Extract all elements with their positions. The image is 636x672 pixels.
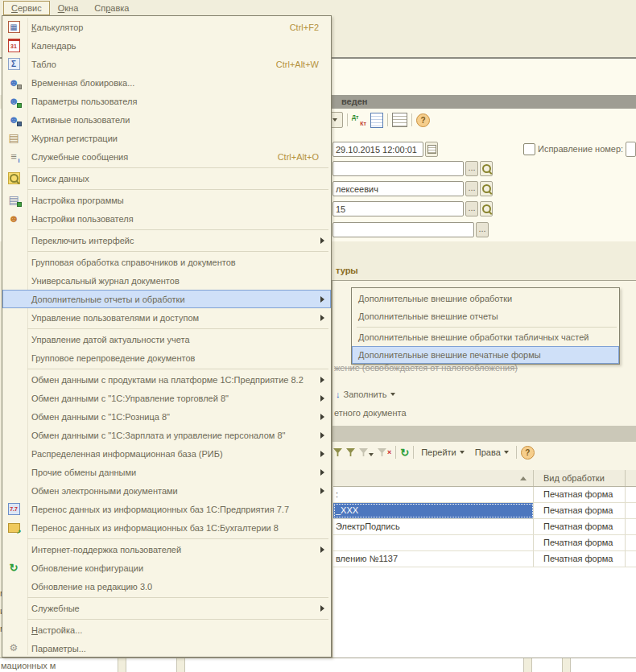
wrench-icon: ⚙ [8, 642, 20, 654]
document-structure-icon[interactable] [370, 113, 383, 128]
menu-item-calculator[interactable]: ▦КалькуляторCtrl+F2 [2, 18, 331, 36]
contract-input[interactable] [332, 201, 464, 216]
menubar-windows[interactable]: Окна [50, 1, 87, 15]
submenu-arrow-icon [320, 432, 324, 439]
icon-gutter: ≡i [2, 150, 25, 163]
table-row[interactable]: влению №1137Печатная форма [333, 551, 636, 567]
name-column-header[interactable] [333, 470, 534, 486]
group-band [332, 426, 636, 442]
goto-button[interactable]: Перейти [418, 446, 468, 459]
organization-input[interactable] [332, 161, 464, 176]
menu-item-service-messages-label: Служебные сообщения [25, 152, 128, 162]
clear-filter-icon[interactable]: × [378, 448, 391, 456]
update-config-icon: ↻ [8, 562, 20, 574]
menu-item-exchange-retail8[interactable]: Обмен данными с "1С:Розница 8" [2, 407, 331, 426]
row-name-cell: влению №1137 [333, 551, 534, 567]
icon-gutter: ▤ [2, 194, 25, 206]
refresh-icon[interactable]: ↻ [400, 447, 409, 458]
chevron-down-icon [369, 453, 374, 456]
menu-item-user-management[interactable]: Управление пользователями и доступом [2, 308, 331, 327]
menu-item-switch-interface[interactable]: Переключить интерфейс [2, 231, 331, 249]
filter-settings-icon[interactable] [333, 448, 342, 456]
menu-item-update-config[interactable]: ↻Обновление конфигурации [2, 559, 331, 577]
submenu-item-tabular-processings[interactable]: Дополнительные внешние обработки табличн… [352, 328, 619, 346]
menu-item-program-settings-label: Настройка программы [25, 196, 124, 205]
menu-item-temp-lock[interactable]: ☻Временная блокировка... [2, 73, 331, 92]
program-settings-icon-badge [17, 202, 22, 207]
chevron-down-icon [460, 451, 465, 454]
menu-item-transfer-77-label: Перенос данных из информационных баз 1С:… [25, 505, 289, 514]
menu-item-update-30[interactable]: Обновление на редакцию 3.0 [2, 577, 331, 596]
contract-select-button[interactable]: ... [465, 201, 478, 216]
filter-icon[interactable] [346, 448, 355, 456]
menu-item-user-settings[interactable]: ☻Настройки пользователя [2, 209, 331, 228]
column-border [562, 658, 571, 672]
menu-item-registration-journal[interactable]: ▤Журнал регистрации [2, 129, 331, 147]
table-row[interactable]: ЭлектрПодписьПечатная форма [333, 519, 636, 535]
table-row[interactable]: _ХХХПечатная форма [333, 503, 636, 519]
fill-button[interactable]: ↓ Заполнить [336, 390, 395, 399]
menu-item-user-params[interactable]: ☻Параметры пользователя [2, 92, 331, 110]
menu-item-exchange-trade8[interactable]: Обмен данными с "1С:Управление торговлей… [2, 389, 331, 407]
menubar-service[interactable]: Сервис [3, 1, 50, 15]
menu-item-transfer-77[interactable]: 7.7Перенос данных из информационных баз … [2, 500, 331, 518]
counterparty-open-button[interactable] [480, 181, 493, 196]
shortcut-label: Ctrl+Alt+O [278, 152, 328, 162]
menu-item-group-processing[interactable]: Групповая обработка справочников и докум… [2, 253, 331, 271]
correction-number-field[interactable] [626, 142, 636, 157]
submenu-item-external-reports-label: Дополнительные внешние отчеты [358, 311, 498, 321]
table-row[interactable]: Печатная форма [333, 535, 636, 551]
table-row[interactable]: :Печатная форма [333, 487, 636, 503]
menu-item-calendar[interactable]: 31Календарь [2, 36, 331, 55]
extra-field-input[interactable] [332, 222, 474, 237]
menu-item-service-messages[interactable]: ≡iСлужебные сообщенияCtrl+Alt+O [2, 147, 331, 166]
menu-item-user-settings-label: Настройки пользователя [25, 214, 134, 224]
menu-item-actuality-date-label: Управление датой актуальности учета [25, 335, 190, 344]
user-lock-icon: ☻ [8, 76, 20, 89]
funnel-icon [378, 448, 386, 456]
menu-item-service-tools[interactable]: Служебные [2, 599, 331, 617]
menu-item-data-search[interactable]: Поиск данных [2, 169, 331, 188]
organization-open-button[interactable] [480, 161, 493, 176]
menu-item-universal-journal[interactable]: Универсальный журнал документов [2, 271, 331, 290]
menu-item-actuality-date[interactable]: Управление датой актуальности учета [2, 330, 331, 348]
menu-item-rib[interactable]: Распределенная информационная база (РИБ) [2, 444, 331, 463]
menu-item-program-settings[interactable]: ▤Настройка программы [2, 191, 331, 209]
kind-column-header[interactable]: Вид обработки [534, 470, 626, 486]
help-icon[interactable]: ? [416, 113, 430, 127]
quick-filter-icon[interactable] [359, 448, 374, 456]
menu-item-parameters[interactable]: ⚙Параметры... [2, 639, 331, 658]
menu-item-tablo[interactable]: ΣТаблоCtrl+Alt+W [2, 55, 331, 73]
submenu-arrow-icon [320, 395, 324, 402]
submenu-item-external-print-forms[interactable]: Дополнительные внешние печатные формы [352, 346, 619, 364]
help-icon[interactable]: ? [521, 446, 535, 460]
rights-button[interactable]: Права [472, 446, 512, 459]
menu-item-other-exchanges[interactable]: Прочие обмены данными [2, 463, 331, 481]
counterparty-input[interactable] [332, 181, 464, 196]
row-name-cell: : [333, 487, 534, 502]
menu-item-exchange-zup8[interactable]: Обмен данными с "1С:Зарплата и управлени… [2, 426, 331, 444]
menubar-help[interactable]: Справка [86, 1, 137, 15]
menu-item-active-users[interactable]: ☻Активные пользователи [2, 110, 331, 129]
extra-field-select-button[interactable]: ... [476, 222, 489, 237]
dtkt-postings-icon[interactable]: Дт Кт [352, 113, 366, 127]
icon-gutter: ⚙ [2, 642, 25, 654]
menu-item-additional-reports[interactable]: Дополнительные отчеты и обработки [2, 290, 331, 308]
calendar-picker-icon[interactable] [425, 142, 438, 157]
submenu-item-external-processings[interactable]: Дополнительные внешние обработки [352, 290, 619, 307]
list-settings-icon[interactable] [392, 113, 407, 127]
submenu-arrow-icon [320, 296, 324, 303]
counterparty-select-button[interactable]: ... [465, 181, 478, 196]
contract-open-button[interactable] [480, 201, 493, 216]
document-date-input[interactable] [332, 142, 423, 157]
menu-item-edo[interactable]: Обмен электронными документами [2, 481, 331, 500]
menu-item-internet-support[interactable]: Интернет-поддержка пользователей [2, 540, 331, 559]
menu-item-exchange-82[interactable]: Обмен данными с продуктами на платформе … [2, 370, 331, 389]
submenu-item-external-reports[interactable]: Дополнительные внешние отчеты [352, 307, 619, 325]
column-border [118, 658, 126, 672]
menu-item-nastroika[interactable]: Настройка... [2, 620, 331, 639]
organization-select-button[interactable]: ... [465, 161, 478, 176]
menu-item-group-reposting[interactable]: Групповое перепроведение документов [2, 348, 331, 367]
menu-item-transfer-buh8[interactable]: ↗Перенос данных из информационных баз 1С… [2, 518, 331, 537]
correction-number-checkbox[interactable] [523, 143, 535, 155]
